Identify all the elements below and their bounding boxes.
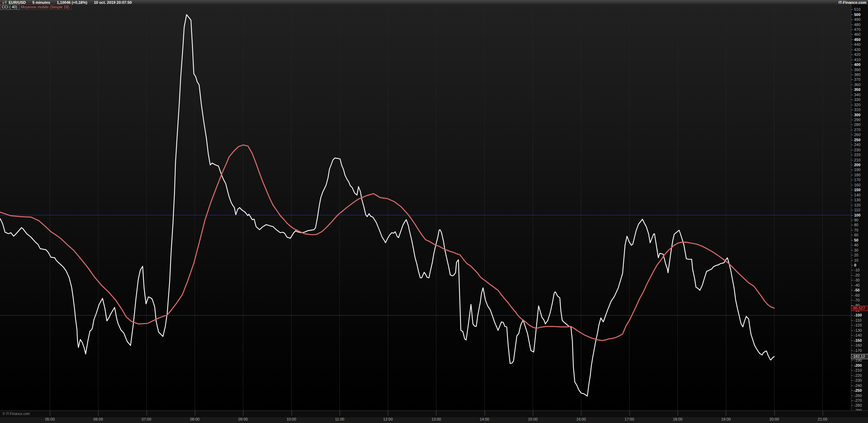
y-axis-tick xyxy=(851,210,853,210)
y-axis-tick xyxy=(851,250,853,251)
x-axis-tick xyxy=(823,411,823,416)
top-status-bar: EUR/USD 5 minutes 1,10046 (+0,18%) 10 oc… xyxy=(0,0,868,5)
y-axis-label: 290 xyxy=(854,118,860,122)
y-axis-label: 230 xyxy=(854,148,860,152)
y-axis-tick xyxy=(851,125,853,125)
y-axis-tick xyxy=(851,390,853,391)
x-axis-tick xyxy=(533,411,533,416)
y-axis-tick xyxy=(851,330,853,331)
y-axis-label: 140 xyxy=(854,193,860,197)
y-axis-label: 180 xyxy=(854,173,860,177)
y-axis-tick xyxy=(851,180,853,180)
y-axis-tick xyxy=(851,350,853,351)
y-axis-label: 250 xyxy=(854,138,860,142)
x-axis-label: 11:00 xyxy=(335,417,344,422)
y-axis-tick xyxy=(851,245,853,245)
y-axis-label: 510 xyxy=(854,7,860,12)
y-axis-label: -160 xyxy=(854,343,862,348)
y-axis-tick xyxy=(851,280,853,280)
y-axis-tick xyxy=(851,365,853,366)
y-axis-tick xyxy=(851,70,853,70)
y-axis-tick xyxy=(851,396,853,396)
x-axis-label: 20:00 xyxy=(770,417,779,422)
y-axis-tick xyxy=(851,345,853,346)
y-axis-tick xyxy=(851,85,853,85)
x-axis-label: 17:00 xyxy=(625,417,634,422)
y-axis-tick xyxy=(851,230,853,230)
y-axis-label: 10 xyxy=(854,258,858,263)
x-axis-tick xyxy=(340,411,340,416)
indicator-legend: CCI ( 40) Moyenne mobile (Simple 18) xyxy=(0,5,71,9)
y-axis-label: 460 xyxy=(854,32,860,37)
y-axis-tick xyxy=(851,320,853,321)
y-axis-label: 220 xyxy=(854,153,860,157)
y-axis-tick xyxy=(851,225,853,225)
y-axis-tick xyxy=(851,275,853,276)
y-axis-tick xyxy=(851,265,853,265)
y-axis-label: 380 xyxy=(854,73,860,77)
y-axis-tick xyxy=(851,175,853,175)
y-axis-label: 330 xyxy=(854,98,860,102)
y-axis-label: -100 xyxy=(854,313,862,318)
legend-item-cci[interactable]: CCI ( 40) xyxy=(0,5,19,10)
x-axis-label: 10:00 xyxy=(287,417,296,422)
y-axis-tick xyxy=(851,95,853,95)
y-axis-tick xyxy=(851,295,853,296)
y-axis-tick xyxy=(851,130,853,130)
y-axis-label: 300 xyxy=(854,113,860,117)
y-axis-tick xyxy=(851,79,853,80)
y-axis-tick xyxy=(851,380,853,381)
y-axis-label: 450 xyxy=(854,37,860,42)
value-axis[interactable]: 5105004904804704604504404304204104003903… xyxy=(851,5,868,411)
y-axis-tick xyxy=(851,25,853,25)
x-axis-label: 08:00 xyxy=(190,417,200,422)
x-axis-tick xyxy=(243,411,243,416)
y-axis-label: -200 xyxy=(854,363,862,368)
y-axis-label: 240 xyxy=(854,143,860,147)
y-axis-label: 160 xyxy=(854,183,860,187)
y-axis-tick xyxy=(851,165,853,165)
price-quote: 1,10046 (+0,18%) xyxy=(57,0,87,5)
y-axis-label: 120 xyxy=(854,203,860,208)
x-axis-label: 15:00 xyxy=(528,417,538,422)
y-axis-tick xyxy=(851,335,853,336)
y-axis-label: 480 xyxy=(854,23,860,27)
legend-item-moving-average[interactable]: Moyenne mobile (Simple 18) xyxy=(19,5,71,10)
cci-last-value-tag: -182,12 xyxy=(851,354,868,359)
y-axis-label: 20 xyxy=(854,253,858,257)
copyright-label: © IT-Finance.com xyxy=(2,412,30,416)
y-axis-tick xyxy=(851,290,853,290)
x-axis-label: 19:00 xyxy=(721,417,731,422)
y-axis-tick xyxy=(851,135,853,135)
y-axis-label: 60 xyxy=(854,233,858,237)
x-axis-label: 09:00 xyxy=(238,417,248,422)
y-axis-tick xyxy=(851,19,853,20)
y-axis-label: 420 xyxy=(854,52,860,57)
y-axis-label: -170 xyxy=(854,348,862,353)
y-axis-tick xyxy=(851,160,853,160)
y-axis-tick xyxy=(851,50,853,50)
y-axis-tick xyxy=(851,185,853,185)
y-axis-tick xyxy=(851,120,853,120)
y-axis-label: 190 xyxy=(854,168,860,172)
y-axis-tick xyxy=(851,270,853,270)
time-axis[interactable]: © IT-Finance.com 05:0006:0007:0008:0009:… xyxy=(0,411,868,423)
y-axis-label: 30 xyxy=(854,248,858,253)
y-axis-label: -250 xyxy=(854,388,862,393)
y-axis-label: -230 xyxy=(854,378,862,383)
y-axis-label: 430 xyxy=(854,48,860,52)
y-axis-label: 440 xyxy=(854,42,860,47)
x-axis-tick xyxy=(388,411,388,416)
chart-plot-area[interactable] xyxy=(0,5,851,411)
y-axis-tick xyxy=(851,190,853,190)
y-axis-tick xyxy=(851,220,853,220)
y-axis-label: -10 xyxy=(854,268,860,272)
y-axis-tick xyxy=(851,150,853,150)
x-axis-tick xyxy=(630,411,630,416)
candlestick-icon xyxy=(1,0,8,5)
y-axis-label: -50 xyxy=(854,288,860,293)
y-axis-label: -270 xyxy=(854,398,862,403)
y-axis-tick xyxy=(851,9,853,10)
y-axis-label: -20 xyxy=(854,273,860,278)
y-axis-tick xyxy=(851,340,853,341)
